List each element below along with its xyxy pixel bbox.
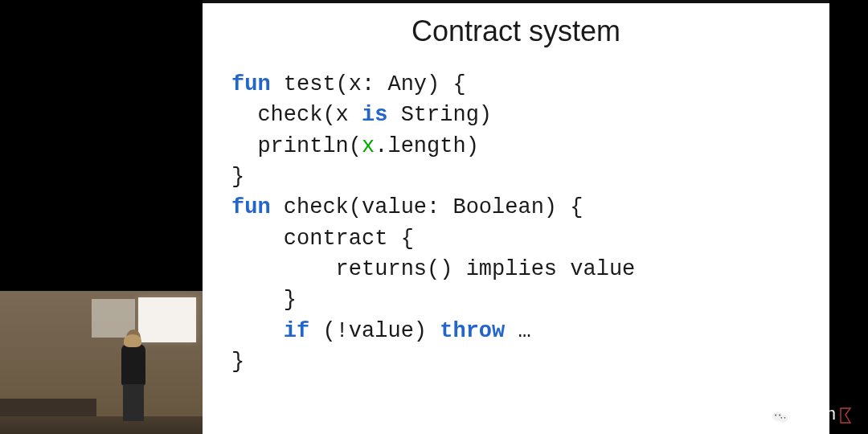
code-text: returns() implies value	[231, 254, 800, 285]
code-text: println(	[231, 134, 362, 158]
keyword-if: if	[284, 319, 309, 343]
code-text: contract {	[231, 223, 800, 254]
wechat-icon	[772, 410, 788, 424]
code-text: test(x: Any) {	[271, 72, 466, 96]
letterbox-top	[203, 0, 829, 3]
code-text: check(value: Boolean) {	[271, 195, 583, 219]
code-block: fun test(x: Any) { check(x is String) pr…	[231, 69, 800, 377]
keyword-is: is	[362, 103, 387, 127]
code-text: }	[231, 162, 800, 192]
slide-title: Contract system	[231, 14, 800, 48]
code-text: …	[505, 319, 530, 343]
watermark-text: Kotlin	[792, 403, 836, 424]
pip-speaker-legs	[123, 384, 144, 421]
pip-floor	[0, 416, 203, 434]
speaker-camera-inset	[0, 291, 203, 434]
svg-point-5	[784, 417, 786, 419]
keyword-throw: throw	[440, 319, 505, 343]
pip-table	[0, 399, 96, 416]
svg-point-4	[780, 417, 782, 419]
svg-point-3	[779, 415, 780, 416]
code-text: .length)	[375, 134, 479, 158]
svg-point-2	[775, 415, 776, 416]
code-text: (!value)	[309, 319, 440, 343]
pip-speaker-torso	[121, 344, 145, 386]
watermark-logo-icon	[839, 407, 854, 424]
keyword-fun: fun	[231, 195, 271, 219]
pip-speaker-hair	[124, 334, 141, 347]
code-text: String)	[387, 103, 492, 127]
slide: Contract system fun test(x: Any) { check…	[203, 0, 829, 434]
code-text	[231, 319, 284, 343]
watermark: Kotlin	[772, 403, 854, 424]
letterbox-right	[829, 0, 868, 434]
code-text: }	[231, 285, 800, 315]
code-text: }	[231, 346, 800, 377]
pip-speaker	[119, 330, 148, 420]
keyword-fun: fun	[231, 72, 271, 96]
smartcast-variable: x	[362, 134, 375, 158]
code-text: check(x	[231, 103, 362, 127]
